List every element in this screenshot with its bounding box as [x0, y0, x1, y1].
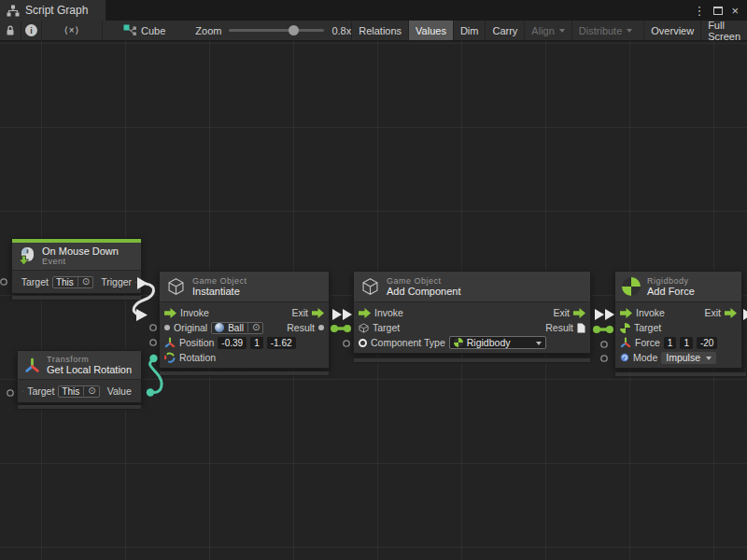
node-header: Game Object Instantiate: [160, 272, 329, 301]
flow-arrow-icon[interactable]: [312, 308, 324, 318]
code-view-button[interactable]: ⟨×⟩: [42, 21, 103, 40]
zoom-slider[interactable]: [229, 29, 324, 32]
position-z-field[interactable]: -1.62: [267, 337, 296, 349]
node-add-component[interactable]: Game Object Add Component Invoke Exit Ta…: [353, 271, 591, 354]
port-row-position: Position -0.39 1 -1.62: [164, 335, 324, 350]
port-row-component-type: Component Type Rigidbody: [359, 335, 585, 350]
node-body: Target This ⊙ Trigger: [12, 270, 141, 293]
force-z-field[interactable]: -20: [697, 337, 717, 349]
lock-button[interactable]: [0, 21, 21, 40]
zoom-value: 0.8x: [331, 25, 351, 36]
node-footer: [11, 296, 142, 301]
tab-script-graph[interactable]: Script Graph: [0, 0, 106, 21]
mouse-down-icon: [18, 246, 35, 266]
port-row-target: Target: [620, 320, 737, 335]
info-button[interactable]: i: [21, 21, 43, 40]
node-header: Rigidbody Add Force: [615, 272, 741, 301]
port-row-target: Target This ⊙ Value: [22, 384, 136, 399]
invoke-port-label: Invoke: [636, 307, 665, 318]
values-label: Values: [416, 25, 446, 36]
position-x-field[interactable]: -0.39: [218, 337, 247, 349]
close-icon[interactable]: ×: [731, 5, 739, 17]
result-port-icon[interactable]: [318, 325, 324, 330]
toolbar-right-group: Relations Values Dim Carry Align Distrib…: [351, 21, 747, 40]
exit-port-label: Exit: [553, 307, 570, 318]
type-port-icon[interactable]: [359, 339, 367, 347]
chevron-down-icon: [536, 342, 542, 348]
script-graph-window: Script Graph ⋮ × i ⟨×⟩: [0, 0, 747, 560]
dim-button[interactable]: Dim: [453, 21, 486, 40]
component-type-dropdown[interactable]: Rigidbody: [449, 336, 546, 349]
target-value-chip[interactable]: This ⊙: [58, 385, 99, 398]
node-header: Game Object Add Component: [354, 272, 590, 301]
graph-reference[interactable]: Cube: [116, 21, 173, 40]
window-menu-icon[interactable]: ⋮: [693, 5, 705, 17]
object-picker-icon[interactable]: ⊙: [247, 323, 260, 332]
overview-button[interactable]: Overview: [643, 21, 700, 40]
ball-prefab-icon: [215, 323, 224, 332]
target-value-chip[interactable]: This ⊙: [52, 276, 93, 288]
graph-tab-icon: [7, 5, 20, 17]
flow-arrow-icon[interactable]: [620, 308, 632, 318]
flow-arrow-icon[interactable]: [573, 308, 585, 318]
result-port-label: Result: [287, 322, 315, 333]
relations-label: Relations: [359, 25, 402, 36]
node-footer: [159, 371, 330, 376]
invoke-port-label: Invoke: [374, 307, 403, 318]
fullscreen-button[interactable]: Full Screen: [700, 21, 747, 40]
flow-arrow-icon[interactable]: [359, 308, 371, 318]
node-type: Transform: [47, 355, 132, 364]
flow-arrow-icon[interactable]: [725, 308, 737, 318]
node-footer: [353, 358, 591, 363]
node-get-local-rotation[interactable]: Transform Get Local Rotation Target This…: [17, 350, 142, 403]
force-y-field[interactable]: 1: [680, 337, 693, 349]
carry-label: Carry: [492, 25, 517, 36]
document-icon: [577, 323, 585, 333]
trigger-port-label: Trigger: [101, 276, 132, 287]
node-body: Target This ⊙ Value: [18, 379, 141, 402]
node-body: Invoke Exit Original Ball ⊙ Result: [160, 301, 329, 368]
node-body: Invoke Exit Target Force 1 1 -20: [615, 301, 741, 368]
target-port-label: Target: [27, 385, 54, 397]
node-header: Transform Get Local Rotation: [18, 351, 141, 379]
tab-label: Script Graph: [25, 4, 88, 17]
target-port-label: Target: [373, 322, 400, 333]
maximize-icon[interactable]: [713, 7, 723, 15]
mode-dropdown[interactable]: Impulse: [661, 352, 716, 364]
node-instantiate[interactable]: Game Object Instantiate Invoke Exit Orig…: [159, 271, 330, 369]
object-picker-icon[interactable]: ⊙: [83, 386, 95, 396]
carry-button[interactable]: Carry: [485, 21, 524, 40]
port-row-invoke: Invoke Exit: [359, 305, 585, 320]
node-add-force[interactable]: Rigidbody Add Force Invoke Exit Target: [614, 271, 742, 369]
node-type: Game Object: [387, 276, 461, 286]
target-value: This: [56, 277, 74, 287]
exit-port-label: Exit: [704, 307, 721, 318]
port-row-rotation: Rotation: [164, 350, 324, 365]
position-y-field[interactable]: 1: [250, 337, 263, 349]
lock-icon: [5, 24, 16, 37]
rotation-icon: [164, 352, 176, 363]
node-on-mouse-down[interactable]: On Mouse Down Event Target This ⊙ Trigge…: [11, 238, 142, 294]
node-footer: [17, 405, 142, 410]
node-type: Rigidbody: [647, 276, 695, 286]
mode-value: Impulse: [666, 352, 700, 363]
flow-arrow-icon[interactable]: [135, 277, 136, 287]
original-value-chip[interactable]: Ball ⊙: [211, 322, 263, 334]
original-value: Ball: [228, 323, 244, 333]
force-x-field[interactable]: 1: [664, 337, 677, 349]
values-button[interactable]: Values: [408, 21, 453, 40]
zoom-slider-handle[interactable]: [289, 25, 299, 35]
flow-arrow-icon[interactable]: [164, 308, 176, 318]
node-title: Add Force: [647, 286, 695, 297]
relations-button[interactable]: Relations: [351, 21, 408, 40]
component-type-label: Component Type: [371, 337, 445, 348]
force-port-label: Force: [635, 337, 660, 348]
object-port-icon[interactable]: [164, 325, 170, 330]
node-body: Invoke Exit Target Result Component Type: [354, 301, 590, 353]
node-subtitle: Event: [42, 257, 119, 266]
gameobject-icon: [17, 277, 18, 287]
object-picker-icon[interactable]: ⊙: [78, 277, 90, 287]
node-title: Get Local Rotation: [47, 364, 132, 375]
fullscreen-label: Full Screen: [708, 20, 740, 42]
overview-label: Overview: [651, 25, 694, 36]
